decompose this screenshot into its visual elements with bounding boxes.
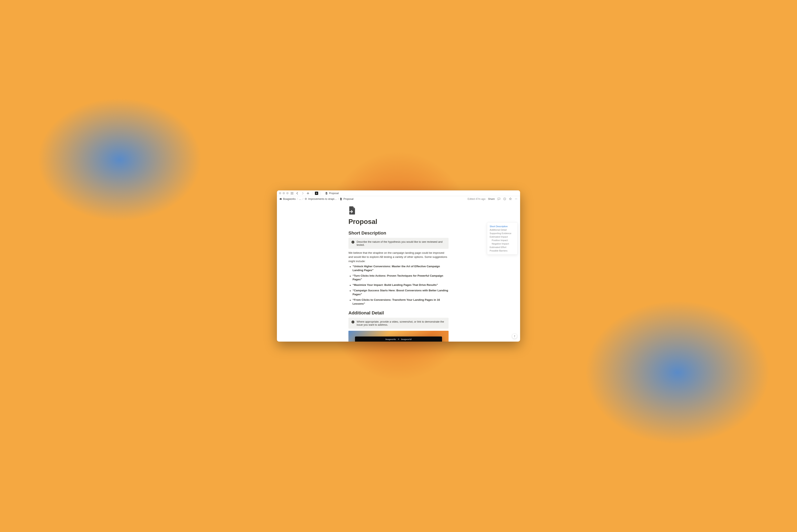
window-titlebar: b Proposal <box>277 190 520 196</box>
embed-background: boagworks & boagworld CAMPAIGN LANDING P… <box>348 331 449 342</box>
page-title[interactable]: Proposal <box>348 218 449 226</box>
help-icon <box>513 335 516 338</box>
app-window: b Proposal Boagworks / … / Improvements … <box>277 190 520 342</box>
nav-forward-button[interactable] <box>301 191 304 195</box>
svg-point-14 <box>353 241 353 242</box>
sidebar-toggle-icon[interactable] <box>290 191 294 195</box>
svg-point-17 <box>353 321 353 322</box>
traffic-lights <box>279 192 288 194</box>
target-icon <box>304 197 307 200</box>
tab-doc-icon <box>325 192 328 195</box>
table-of-contents: Short Description Additional Detail Supp… <box>487 222 518 254</box>
info-icon <box>351 241 355 244</box>
breadcrumb-root[interactable]: Boagworks <box>279 197 296 201</box>
toc-item-estimated-impact[interactable]: Estimated Impact <box>490 235 515 239</box>
svg-point-8 <box>305 198 306 199</box>
comments-icon[interactable] <box>497 197 500 201</box>
svg-point-19 <box>514 337 515 337</box>
svg-point-11 <box>516 198 516 199</box>
heading-additional-detail[interactable]: Additional Detail <box>348 310 449 316</box>
toc-item-short-description[interactable]: Short Description <box>490 225 515 228</box>
new-tab-button[interactable] <box>306 191 310 195</box>
callout-additional[interactable]: Where appropriate, provide a video, scre… <box>348 318 449 329</box>
toc-item-positive-impact[interactable]: Positive Impact: <box>490 239 515 242</box>
workspace-icon[interactable]: b <box>315 192 318 195</box>
breadcrumb-current[interactable]: Proposal <box>340 197 353 201</box>
document-page: Proposal Short Description Describe the … <box>348 206 449 342</box>
minimize-window-button[interactable] <box>283 192 285 194</box>
heading-short-description[interactable]: Short Description <box>348 230 449 236</box>
breadcrumbs: Boagworks / … / Improvements to strapl… … <box>279 197 354 201</box>
list-item[interactable]: “Maximize Your Impact: Build Landing Pag… <box>353 283 449 287</box>
breadcrumb-current-label: Proposal <box>343 197 353 201</box>
embedded-screenshot[interactable]: boagworks & boagworld CAMPAIGN LANDING P… <box>348 331 449 342</box>
page-topbar: Boagworks / … / Improvements to strapl… … <box>277 196 520 202</box>
embed-window: boagworks & boagworld CAMPAIGN LANDING P… <box>355 337 442 342</box>
callout-short-desc[interactable]: Describe the nature of the hypothesis yo… <box>348 238 449 249</box>
svg-rect-5 <box>280 198 282 200</box>
breadcrumb-ellipsis[interactable]: … <box>299 197 301 201</box>
embed-brand-1: boagworks <box>385 338 396 340</box>
maximize-window-button[interactable] <box>286 192 288 194</box>
svg-rect-6 <box>280 198 281 198</box>
list-item[interactable]: “Unlock Higher Conversions: Master the A… <box>353 265 449 272</box>
embed-ampersand: & <box>398 338 399 340</box>
info-icon <box>351 320 355 324</box>
close-window-button[interactable] <box>279 192 281 194</box>
active-tab[interactable]: Proposal <box>323 190 350 196</box>
updates-icon[interactable] <box>503 197 506 201</box>
page-hero-icon <box>348 206 356 214</box>
list-item[interactable]: “Campaign Success Starts Here: Boost Con… <box>353 289 449 297</box>
nav-back-button[interactable] <box>296 191 299 195</box>
content-area: Proposal Short Description Describe the … <box>277 202 520 342</box>
strapline-suggestions: “Unlock Higher Conversions: Master the A… <box>348 265 449 306</box>
edited-timestamp: Edited 47m ago <box>468 197 486 201</box>
svg-point-10 <box>515 198 515 199</box>
titlebar-separator <box>312 192 312 195</box>
favorite-icon[interactable] <box>509 197 512 201</box>
help-button[interactable] <box>512 334 517 339</box>
briefcase-icon <box>279 197 282 200</box>
share-button[interactable]: Share <box>488 197 495 201</box>
breadcrumb-parent[interactable]: Improvements to strapl… <box>304 197 337 201</box>
titlebar-separator-2 <box>321 192 321 195</box>
breadcrumb-sep: / <box>297 197 298 201</box>
topbar-right: Edited 47m ago Share <box>468 197 518 201</box>
list-item[interactable]: “From Clicks to Conversions: Transform Y… <box>353 298 449 306</box>
breadcrumb-parent-label: Improvements to strapl… <box>308 197 337 201</box>
embed-header: boagworks & boagworld <box>355 337 442 342</box>
breadcrumb-sep: / <box>338 197 339 201</box>
more-icon[interactable] <box>514 197 518 201</box>
breadcrumb-root-label: Boagworks <box>283 197 296 201</box>
short-desc-body[interactable]: We believe that the strapline on the cam… <box>348 251 449 263</box>
toc-item-estimated-effort[interactable]: Estimated Effort <box>490 245 515 249</box>
toc-item-supporting-evidence[interactable]: Supporting Evidence <box>490 231 515 235</box>
callout-text: Describe the nature of the hypothesis yo… <box>357 240 446 246</box>
svg-point-12 <box>517 198 517 199</box>
svg-rect-18 <box>353 322 353 323</box>
toc-item-possible-barriers[interactable]: Possible Barriers <box>490 249 515 252</box>
svg-rect-15 <box>353 242 353 243</box>
tab-title: Proposal <box>329 192 339 195</box>
doc-arrow-icon <box>340 197 342 201</box>
embed-brand-2: boagworld <box>401 338 411 340</box>
toc-item-negative-impact[interactable]: Negative Impact: <box>490 242 515 245</box>
breadcrumb-sep: / <box>303 197 303 201</box>
toc-item-additional-detail[interactable]: Additional Detail <box>490 228 515 231</box>
list-item[interactable]: “Turn Clicks Into Actions: Proven Techni… <box>353 274 449 282</box>
callout-text: Where appropriate, provide a video, scre… <box>357 320 446 326</box>
